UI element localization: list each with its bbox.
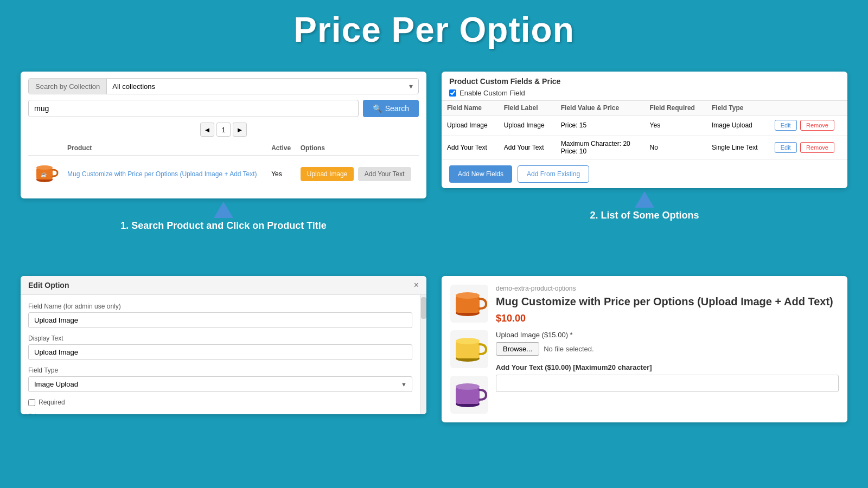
page-header: Price Per Option: [0, 0, 868, 55]
required-group: Required: [28, 399, 412, 406]
mug-yellow-image: [450, 330, 488, 368]
p4-upload-label: Upload Image ($15.00) *: [496, 331, 839, 339]
pagination: ◄ 1 ►: [28, 123, 419, 137]
remove-field-1-button[interactable]: Remove: [800, 120, 834, 131]
svg-point-15: [456, 383, 480, 390]
field-value-price-2: Maximum Character: 20 Price: 10: [556, 136, 644, 160]
p4-slug: demo-extra-product-options: [496, 285, 839, 292]
edit-option-title: Edit Option: [28, 281, 69, 290]
p2-title: Product Custom Fields & Price: [449, 77, 840, 86]
next-page-button[interactable]: ►: [233, 123, 247, 137]
add-text-bold: 20: [608, 363, 616, 371]
arrow-up-icon: [214, 202, 233, 218]
panel4-wrapper: demo-extra-product-options Mug Customize…: [434, 271, 855, 475]
search-product-panel: Search by Collection All collections ▾ 🔍…: [21, 72, 426, 198]
col-product: [28, 141, 63, 156]
col-product-name: Product: [63, 141, 267, 156]
no-file-text: No file selected.: [544, 345, 594, 353]
field-label-2: Add Your Text: [499, 136, 556, 160]
field-name-label: Field Name (for admin use only): [28, 303, 412, 310]
field-row-1: Upload Image Upload Image Price: 15 Yes …: [442, 115, 847, 136]
edit-field-1-button[interactable]: Edit: [775, 120, 797, 131]
display-text-group: Display Text: [28, 335, 412, 360]
close-button[interactable]: ×: [414, 280, 419, 290]
search-row: 🔍 Search: [28, 100, 419, 117]
field-name-input[interactable]: [28, 312, 412, 328]
page-number: 1: [216, 123, 231, 137]
field-name-1: Upload Image: [442, 115, 499, 136]
search-button[interactable]: 🔍 Search: [363, 100, 419, 117]
enable-custom-field-checkbox[interactable]: [449, 89, 456, 97]
browse-button[interactable]: Browse...: [496, 342, 539, 356]
search-icon: 🔍: [373, 104, 382, 113]
p2-footer: Add New Fields Add From Existing: [442, 160, 847, 188]
add-text-label-part1: Add Your Text ($10.00) [Maximum: [496, 363, 608, 371]
field-name-2: Add Your Text: [442, 136, 499, 160]
col-field-name: Field Name: [442, 101, 499, 115]
p3-scroll-content: Field Name (for admin use only) Display …: [21, 295, 420, 414]
table-header-row: Product Active Options: [28, 141, 419, 156]
field-actions-2: Edit Remove: [769, 136, 847, 160]
product-image-cell: ☕: [28, 156, 63, 192]
add-from-existing-button[interactable]: Add From Existing: [518, 165, 589, 183]
product-display-panel: demo-extra-product-options Mug Customize…: [442, 276, 847, 422]
p4-info: demo-extra-product-options Mug Customize…: [496, 285, 839, 414]
display-text-input[interactable]: [28, 344, 412, 360]
upload-image-button[interactable]: Upload Image: [301, 167, 354, 181]
panel1-annotation-text: 1. Search Product and Click on Product T…: [120, 220, 327, 232]
field-actions-1: Edit Remove: [769, 115, 847, 136]
enable-custom-field-label: Enable Custom Field: [459, 89, 525, 97]
p3-scrollbar-thumb[interactable]: [421, 297, 426, 319]
field-price-2: Price: 10: [561, 147, 639, 155]
custom-fields-panel: Product Custom Fields & Price Enable Cus…: [442, 72, 847, 188]
mug-orange-image: [450, 285, 488, 323]
collection-select[interactable]: All collections: [107, 79, 404, 94]
p3-titlebar: Edit Option ×: [21, 276, 426, 295]
add-new-fields-button[interactable]: Add New Fields: [449, 165, 512, 183]
col-active: Active: [267, 141, 296, 156]
add-text-textarea[interactable]: [496, 375, 839, 392]
page-title: Price Per Option: [0, 10, 868, 50]
edit-field-2-button[interactable]: Edit: [775, 142, 797, 153]
col-field-required: Field Required: [644, 101, 706, 115]
product-thumbnail: ☕: [33, 160, 59, 186]
product-table: Product Active Options: [28, 141, 419, 192]
field-row-2: Add Your Text Add Your Text Maximum Char…: [442, 136, 847, 160]
field-type-label: Field Type: [28, 367, 412, 374]
product-title-link[interactable]: Mug Customize with Price per Options (Up…: [67, 170, 257, 178]
field-value-price-1: Price: 15: [556, 115, 644, 136]
svg-point-2: [36, 165, 53, 170]
prev-page-button[interactable]: ◄: [200, 123, 214, 137]
field-name-group: Field Name (for admin use only): [28, 303, 412, 328]
field-type-select[interactable]: Image Upload: [28, 376, 412, 392]
p4-content: demo-extra-product-options Mug Customize…: [442, 276, 847, 422]
panel2-wrapper: Product Custom Fields & Price Enable Cus…: [434, 66, 855, 271]
p1-content: Search by Collection All collections ▾ 🔍…: [21, 72, 426, 198]
field-max-char-2: Maximum Character: 20: [561, 140, 639, 147]
required-checkbox[interactable]: [28, 399, 35, 406]
field-required-2: No: [644, 136, 706, 160]
edit-option-panel: Edit Option × Field Name (for admin use …: [21, 276, 426, 414]
field-type-2: Single Line Text: [706, 136, 769, 160]
p2-header: Product Custom Fields & Price Enable Cus…: [442, 72, 847, 101]
panel2-annotation-text: 2. List of Some Options: [590, 210, 699, 221]
field-required-1: Yes: [644, 115, 706, 136]
chevron-down-icon: ▾: [404, 79, 418, 94]
p4-mugs: [450, 285, 488, 414]
remove-field-2-button[interactable]: Remove: [800, 142, 834, 153]
product-name-cell: Mug Customize with Price per Options (Up…: [63, 156, 267, 192]
product-active-cell: Yes: [267, 156, 296, 192]
search-input[interactable]: [28, 100, 359, 117]
p3-scrollbar[interactable]: [420, 295, 426, 414]
p4-price: $10.00: [496, 313, 839, 324]
p3-scroll: Field Name (for admin use only) Display …: [21, 295, 426, 414]
col-field-value-price: Field Value & Price: [556, 101, 644, 115]
panel3-wrapper: Edit Option × Field Name (for admin use …: [13, 271, 434, 475]
required-label: Required: [28, 399, 412, 406]
col-actions: [769, 101, 847, 115]
field-label-1: Upload Image: [499, 115, 556, 136]
price-group: Price ⊞: [28, 413, 412, 414]
add-text-button[interactable]: Add Your Text: [358, 167, 411, 181]
price-label: Price: [28, 413, 412, 414]
arrow-up-icon-2: [635, 191, 654, 208]
